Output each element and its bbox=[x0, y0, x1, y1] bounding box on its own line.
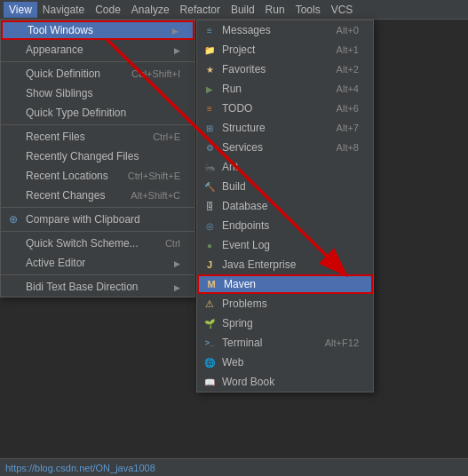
recent-files-label: Recent Files bbox=[26, 131, 85, 143]
recently-changed-files-label: Recently Changed Files bbox=[26, 150, 139, 163]
submenu-item-java-enterprise[interactable]: Java Enterprise bbox=[197, 255, 373, 274]
eventlog-icon bbox=[202, 238, 217, 252]
bidi-text-label: Bidi Text Base Direction bbox=[26, 281, 139, 293]
menu-item-quick-type-definition-label: Quick Type Definition bbox=[26, 107, 126, 119]
submenu-event-log-label: Event Log bbox=[222, 239, 270, 251]
ant-icon bbox=[202, 160, 217, 174]
active-editor-label: Active Editor bbox=[26, 257, 85, 269]
quick-switch-shortcut: Ctrl bbox=[165, 238, 180, 249]
submenu-item-run[interactable]: Run Alt+4 bbox=[197, 79, 373, 99]
menu-item-tool-windows-label: Tool Windows bbox=[28, 24, 93, 36]
statusbar: https://blog.csdn.net/ON_java1008 bbox=[0, 458, 468, 476]
menubar-analyze[interactable]: Analyze bbox=[126, 2, 175, 18]
menubar-build[interactable]: Build bbox=[226, 2, 260, 18]
bidi-arrow-icon bbox=[174, 281, 180, 293]
submenu-item-database[interactable]: Database bbox=[197, 196, 373, 216]
javaenterprise-icon bbox=[202, 258, 217, 272]
menu-item-bidi-text[interactable]: Bidi Text Base Direction bbox=[1, 277, 194, 297]
menubar-vcs[interactable]: VCS bbox=[326, 2, 359, 18]
submenu-item-event-log[interactable]: Event Log bbox=[197, 235, 373, 255]
recent-locations-shortcut: Ctrl+Shift+E bbox=[128, 171, 180, 181]
menubar-view[interactable]: View bbox=[4, 2, 37, 18]
statusbar-text: https://blog.csdn.net/ON_java1008 bbox=[5, 463, 155, 473]
menu-item-recent-files[interactable]: Recent Files Ctrl+E bbox=[1, 127, 194, 147]
submenu-database-label: Database bbox=[222, 200, 267, 212]
submenu-item-web[interactable]: Web bbox=[197, 353, 373, 372]
menubar-tools[interactable]: Tools bbox=[290, 2, 326, 18]
menubar-run[interactable]: Run bbox=[260, 2, 290, 18]
view-menu-panel: Tool Windows Appearance Quick Definition… bbox=[0, 20, 195, 298]
submenu-arrow-icon bbox=[172, 24, 178, 36]
spring-icon bbox=[202, 316, 217, 330]
submenu-run-label: Run bbox=[222, 83, 242, 95]
run-icon bbox=[202, 82, 217, 96]
structure-icon bbox=[202, 121, 217, 135]
submenu-services-label: Services bbox=[222, 141, 263, 154]
wordbook-icon bbox=[202, 375, 217, 389]
menu-item-quick-type-definition[interactable]: Quick Type Definition bbox=[1, 103, 194, 123]
submenu-item-build[interactable]: Build bbox=[197, 177, 373, 196]
submenu-item-problems[interactable]: Problems bbox=[197, 294, 373, 313]
messages-shortcut: Alt+0 bbox=[337, 25, 359, 36]
menu-item-quick-definition[interactable]: Quick Definition Ctrl+Shift+I bbox=[1, 64, 194, 83]
menubar-code[interactable]: Code bbox=[90, 2, 126, 18]
menu-item-quick-switch-scheme[interactable]: Quick Switch Scheme... Ctrl bbox=[1, 234, 194, 253]
menubar-navigate[interactable]: Navigate bbox=[37, 2, 90, 18]
run-shortcut: Alt+4 bbox=[337, 83, 359, 94]
submenu-spring-label: Spring bbox=[222, 317, 253, 329]
build-icon bbox=[202, 179, 217, 194]
submenu-item-services[interactable]: Services Alt+8 bbox=[197, 138, 373, 157]
submenu-item-structure[interactable]: Structure Alt+7 bbox=[197, 118, 373, 138]
menu-item-quick-definition-label: Quick Definition bbox=[26, 67, 100, 80]
menu-item-tool-windows[interactable]: Tool Windows bbox=[1, 20, 194, 40]
quick-switch-scheme-label: Quick Switch Scheme... bbox=[26, 237, 139, 250]
submenu-item-favorites[interactable]: Favorites Alt+2 bbox=[197, 60, 373, 79]
submenu-item-word-book[interactable]: Word Book bbox=[197, 372, 373, 392]
submenu-item-endpoints[interactable]: Endpoints bbox=[197, 216, 373, 235]
submenu-problems-label: Problems bbox=[222, 298, 267, 310]
separator-3 bbox=[1, 207, 194, 208]
menu-item-recently-changed-files[interactable]: Recently Changed Files bbox=[1, 147, 194, 166]
submenu-item-project[interactable]: Project Alt+1 bbox=[197, 40, 373, 60]
separator-2 bbox=[1, 124, 194, 125]
submenu-item-ant[interactable]: Ant bbox=[197, 157, 373, 177]
submenu-item-maven[interactable]: Maven bbox=[197, 274, 373, 294]
maven-icon bbox=[204, 277, 218, 291]
separator-4 bbox=[1, 231, 194, 232]
recent-changes-label: Recent Changes bbox=[26, 189, 105, 202]
submenu-structure-label: Structure bbox=[222, 122, 266, 134]
menu-item-appearance[interactable]: Appearance bbox=[1, 40, 194, 60]
database-icon bbox=[202, 199, 217, 213]
submenu-project-label: Project bbox=[222, 44, 255, 56]
menu-item-active-editor[interactable]: Active Editor bbox=[1, 253, 194, 273]
todo-shortcut: Alt+6 bbox=[337, 103, 359, 114]
submenu-ant-label: Ant bbox=[222, 161, 238, 173]
submenu-item-todo[interactable]: TODO Alt+6 bbox=[197, 99, 373, 118]
menu-item-appearance-label: Appearance bbox=[26, 44, 83, 56]
services-shortcut: Alt+8 bbox=[337, 142, 359, 153]
menu-item-recent-locations[interactable]: Recent Locations Ctrl+Shift+E bbox=[1, 166, 194, 186]
menu-item-recent-changes[interactable]: Recent Changes Alt+Shift+C bbox=[1, 186, 194, 205]
submenu-todo-label: TODO bbox=[222, 102, 252, 115]
messages-icon bbox=[202, 23, 217, 37]
tool-windows-submenu-panel: Messages Alt+0 Project Alt+1 Favorites A… bbox=[196, 20, 374, 393]
favorites-shortcut: Alt+2 bbox=[337, 64, 359, 75]
problems-icon bbox=[202, 297, 217, 311]
separator-1 bbox=[1, 61, 194, 62]
appearance-arrow-icon bbox=[174, 44, 180, 56]
menu-item-show-siblings[interactable]: Show Siblings bbox=[1, 83, 194, 103]
terminal-icon bbox=[202, 336, 217, 350]
submenu-item-spring[interactable]: Spring bbox=[197, 313, 373, 333]
project-shortcut: Alt+1 bbox=[337, 44, 359, 55]
menubar-refactor[interactable]: Refactor bbox=[175, 2, 226, 18]
todo-icon bbox=[202, 101, 217, 115]
quick-definition-shortcut: Ctrl+Shift+I bbox=[131, 68, 180, 79]
submenu-favorites-label: Favorites bbox=[222, 63, 266, 75]
menu-item-show-siblings-label: Show Siblings bbox=[26, 87, 92, 99]
endpoints-icon bbox=[202, 218, 217, 233]
submenu-item-terminal[interactable]: Terminal Alt+F12 bbox=[197, 333, 373, 353]
menu-item-compare-clipboard[interactable]: Compare with Clipboard bbox=[1, 210, 194, 229]
submenu-item-messages[interactable]: Messages Alt+0 bbox=[197, 20, 373, 40]
submenu-terminal-label: Terminal bbox=[222, 337, 262, 349]
favorites-icon bbox=[202, 62, 217, 76]
